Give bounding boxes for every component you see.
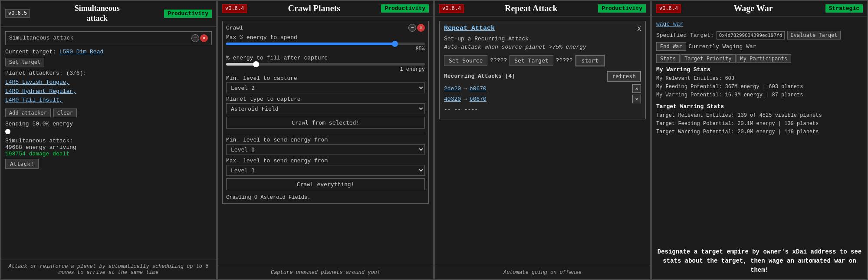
table-row: 40320 → b0670 ✕ [444, 95, 641, 103]
panel2-minimize-btn[interactable]: − [408, 24, 416, 32]
panel4-specified-row: Specified Target: 0x4d78299834399ed197fd… [656, 31, 863, 40]
table-row: -- -- ---- [444, 105, 641, 114]
panel-simultaneous-attack: v0.6.5 Simultaneous attack Productivity … [0, 0, 217, 280]
panel3-header: v0.6.4 Repeat Attack Productivity [435, 1, 650, 16]
panel1-target-link[interactable]: L5R0 Dim Bead [59, 49, 103, 55]
panel3-modal: Repeat Attack X Set-up a Recurring Attac… [439, 21, 646, 119]
table-row: 2de20 → b0670 ✕ [444, 84, 641, 93]
set-target-btn[interactable]: Set Target [510, 55, 553, 66]
attack-to-1[interactable]: b0670 [470, 86, 487, 92]
list-item[interactable]: L4R0 Hydrant Regular, [5, 87, 212, 96]
panel1-damage: 198754 damage dealt [5, 151, 212, 157]
attack-to-2[interactable]: b0670 [470, 96, 487, 102]
panel2-fill-label: % energy to fill after capture [226, 55, 425, 61]
panel2-max-send-label: Max. level to send energy from [226, 158, 425, 164]
panel1-body: Simultaneous attack − ✕ Current target: … [1, 27, 216, 260]
panel1-attackers-label: Planet attackers: (3/6): [5, 70, 212, 76]
panel4-specified-label: Specified Target: [656, 32, 714, 39]
arrow-1: → [464, 86, 467, 92]
panel4-target-warring: Target Warring Potential: 20.9M energy |… [656, 128, 863, 136]
end-war-btn[interactable]: End War [656, 42, 686, 51]
panel3-desc-italic: Auto-attack when source planet >75% ener… [444, 44, 641, 50]
panel1-controls: − ✕ [191, 34, 208, 42]
panel3-source-placeholder: ????? [490, 57, 507, 64]
panel4-version: v0.6.4 [656, 4, 681, 13]
panel1-set-target-btn[interactable]: Set target [5, 58, 44, 66]
panel3-version: v0.6.4 [439, 4, 464, 13]
list-item[interactable]: L4R0 Tail Insult, [5, 96, 212, 105]
panel2-title: Crawl Planets [247, 3, 381, 13]
remove-attack-1-btn[interactable]: ✕ [632, 84, 641, 93]
start-btn[interactable]: start [575, 55, 605, 66]
set-source-btn[interactable]: Set Source [444, 55, 487, 66]
panel-wage-war: v0.6.4 Wage War Strategic wage war Speci… [651, 0, 868, 280]
panel2-controls: − ✕ [408, 24, 425, 32]
panel-crawl-planets: v0.6.4 Crawl Planets Productivity Crawl … [217, 0, 434, 280]
panel2-min-send-select[interactable]: Level 0 [226, 144, 425, 155]
panel2-close-btn[interactable]: ✕ [417, 24, 425, 32]
tab-my-participants[interactable]: My Participants [736, 54, 791, 63]
panel2-planet-type-label: Planet type to capture [226, 96, 425, 102]
panel2-inner-label: Crawl [226, 25, 243, 31]
wage-war-link[interactable]: wage war [656, 21, 683, 27]
panel2-footer: Capture unowned planets around you! [218, 266, 433, 279]
panel3-desc: Set-up a Recurring Attack [444, 36, 641, 42]
list-item[interactable]: L4R5 Lavish Tongue, [5, 78, 212, 87]
tab-target-priority[interactable]: Target Priority [681, 54, 735, 63]
add-attacker-btn[interactable]: Add attacker [5, 109, 51, 117]
panel1-close-btn[interactable]: ✕ [200, 34, 208, 42]
panel2-inner-box: Crawl − ✕ Max % energy to spend 85% % en… [222, 21, 429, 204]
panel1-inner-box: Simultaneous attack − ✕ [5, 31, 212, 45]
panel3-title: Repeat Attack [464, 3, 598, 13]
panel1-badge: Productivity [164, 10, 212, 18]
panel4-relevant-entities: My Relevant Entities: 603 [656, 75, 863, 83]
slider-fill [226, 43, 395, 45]
attack-btn[interactable]: Attack! [5, 159, 39, 169]
panel3-badge: Productivity [598, 4, 646, 13]
panel4-body: wage war Specified Target: 0x4d782998343… [652, 16, 867, 243]
panel1-attacker-list: L4R5 Lavish Tongue, L4R0 Hydrant Regular… [5, 78, 212, 105]
panel3-recurring-title: Recurring Attacks (4) [444, 73, 515, 79]
panel3-recurring-header: Recurring Attacks (4) refresh [444, 71, 641, 82]
remove-attack-2-btn[interactable]: ✕ [632, 95, 641, 103]
slider-thumb [5, 129, 10, 134]
panel3-close-btn[interactable]: X [638, 25, 641, 32]
attack-from-2[interactable]: 40320 [444, 96, 461, 102]
panel2-divider [226, 134, 425, 134]
panel4-badge: Strategic [825, 4, 863, 13]
panel1-slider[interactable] [5, 129, 212, 134]
evaluate-target-btn[interactable]: Evaluate Target [787, 31, 840, 40]
crawl-all-btn[interactable]: Crawl everything! [226, 178, 425, 190]
panel1-footer: Attack or reinforce a planet by automati… [1, 260, 216, 279]
panel1-sending-label: Sending 50.0% energy [5, 121, 212, 127]
panel2-badge: Productivity [381, 4, 429, 13]
attack-from-1[interactable]: 2de20 [444, 86, 461, 92]
panel1-attack-title: Simultaneous attack: 49688 energy arrivi… [5, 138, 212, 157]
panel4-target-feeding: Target Feeding Potential: 20.1M energy |… [656, 120, 863, 128]
panel2-min-level-select[interactable]: Level 2 [226, 82, 425, 93]
panel2-status: Crawling 0 Asteroid Fields. [226, 194, 425, 201]
panel2-max-slider[interactable] [226, 43, 425, 45]
panel2-version: v0.6.4 [222, 4, 247, 13]
slider-fill-white [226, 63, 256, 66]
panel4-end-war-row: End War Currently Waging War [656, 42, 863, 51]
attack-more: -- -- ---- [444, 106, 478, 113]
panel4-feeding-potential: My Feeding Potential: 367M energy | 603 … [656, 83, 863, 91]
panel2-max-send-select[interactable]: Level 3 [226, 165, 425, 176]
clear-btn[interactable]: Clear [53, 109, 77, 117]
panel2-body: Crawl − ✕ Max % energy to spend 85% % en… [218, 16, 433, 266]
refresh-btn[interactable]: refresh [607, 71, 641, 82]
panel2-fill-slider[interactable] [226, 63, 425, 66]
panel4-footer: Designate a target empire by owner's xDa… [652, 243, 867, 279]
tab-stats[interactable]: Stats [656, 54, 680, 63]
panel1-minimize-btn[interactable]: − [191, 34, 199, 42]
panel3-footer: Automate going on offense [435, 266, 650, 279]
panel4-address: 0x4d78299834399ed197fd [717, 31, 785, 40]
panel4-target-relevant: Target Relevant Entities: 139 of 4525 vi… [656, 112, 863, 120]
crawl-selected-btn[interactable]: Crawl from selected! [226, 117, 425, 128]
panel2-fill-value: 1 energy [226, 66, 425, 72]
panel1-title: Simultaneous attack [30, 3, 164, 24]
panel2-planet-type-select[interactable]: Asteroid Field [226, 103, 425, 114]
panel2-max-energy-label: Max % energy to spend [226, 34, 425, 41]
panel3-action-row: Set Source ????? Set Target ????? start [444, 55, 641, 66]
